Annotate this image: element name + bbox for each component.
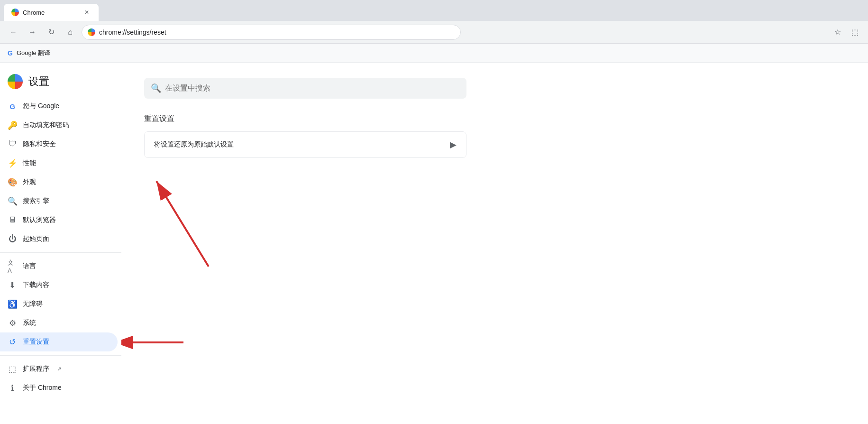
- sidebar-item-default-browser[interactable]: 🖥 默认浏览器: [0, 211, 118, 230]
- sidebar-item-performance[interactable]: ⚡ 性能: [0, 154, 118, 173]
- nav-divider-1: [0, 252, 121, 253]
- sidebar-item-reset[interactable]: ↺ 重置设置: [0, 332, 118, 351]
- search-input[interactable]: [144, 78, 466, 99]
- sidebar-item-language[interactable]: 文A 语言: [0, 257, 118, 276]
- home-button[interactable]: ⌂: [63, 25, 78, 40]
- search-nav-icon: 🔍: [8, 196, 17, 206]
- reset-card: 将设置还原为原始默认设置 ▶: [144, 131, 466, 158]
- startup-icon: ⏻: [8, 234, 17, 244]
- address-text: chrome://settings/reset: [99, 28, 455, 36]
- info-icon: ℹ: [8, 383, 17, 393]
- sidebar-label-downloads: 下载内容: [23, 281, 49, 289]
- chevron-right-icon: ▶: [450, 139, 457, 150]
- sidebar-item-system[interactable]: ⚙ 系统: [0, 313, 118, 332]
- svg-line-2: [156, 181, 209, 267]
- sidebar-label-autofill: 自动填充和密码: [23, 121, 69, 129]
- google-g-icon: G: [8, 49, 13, 57]
- sidebar-label-extensions: 扩展程序: [23, 365, 49, 373]
- sidebar-label-appearance: 外观: [23, 178, 36, 186]
- sidebar-label-accessibility: 无障碍: [23, 300, 43, 308]
- sidebar-label-about: 关于 Chrome: [23, 384, 62, 392]
- back-button[interactable]: ←: [6, 25, 21, 40]
- sidebar-item-extensions[interactable]: ⬚ 扩展程序 ↗: [0, 359, 118, 378]
- address-favicon: [88, 28, 95, 36]
- sidebar-item-search[interactable]: 🔍 搜索引擎: [0, 192, 118, 211]
- content-area: 🔍 重置设置 将设置还原为原始默认设置 ▶: [121, 63, 868, 424]
- reload-button[interactable]: ↻: [44, 25, 59, 40]
- download-icon: ⬇: [8, 280, 17, 290]
- extensions-nav-icon: ⬚: [8, 364, 17, 374]
- sidebar-label-default-browser: 默认浏览器: [23, 216, 56, 224]
- toolbar-right: ☆ ⬚: [830, 25, 862, 40]
- bookmark-button[interactable]: ☆: [830, 25, 845, 40]
- tab-favicon: [11, 9, 19, 16]
- sidebar-item-accessibility[interactable]: ♿ 无障碍: [0, 295, 118, 313]
- sidebar-label-language: 语言: [23, 262, 36, 270]
- sidebar-item-startup[interactable]: ⏻ 起始页面: [0, 230, 118, 249]
- translate-label: Google 翻译: [17, 49, 51, 57]
- nav-divider-2: [0, 355, 121, 356]
- reset-item-label: 将设置还原为原始默认设置: [154, 140, 450, 149]
- sidebar: 设置 G 您与 Google 🔑 自动填充和密码 🛡 隐私和安全 ⚡ 性能 🎨: [0, 63, 121, 424]
- extensions-button[interactable]: ⬚: [847, 25, 862, 40]
- sidebar-item-google[interactable]: G 您与 Google: [0, 97, 118, 116]
- search-bar-wrap: 🔍: [144, 78, 466, 99]
- sidebar-item-privacy[interactable]: 🛡 隐私和安全: [0, 135, 118, 154]
- settings-header: 设置: [0, 70, 121, 97]
- sidebar-label-google: 您与 Google: [23, 102, 59, 111]
- section-reset-title: 重置设置: [144, 114, 845, 124]
- sidebar-label-privacy: 隐私和安全: [23, 140, 56, 148]
- accessibility-icon: ♿: [8, 299, 17, 309]
- browser-frame: Chrome ✕ ← → ↻ ⌂ chrome://settings/reset…: [0, 0, 868, 424]
- settings-title: 设置: [28, 74, 49, 89]
- tab-bar: Chrome ✕: [0, 0, 868, 21]
- main-content: 设置 G 您与 Google 🔑 自动填充和密码 🛡 隐私和安全 ⚡ 性能 🎨: [0, 63, 868, 424]
- search-bar-container: 🔍: [144, 78, 466, 99]
- google-icon: G: [8, 101, 17, 111]
- sidebar-label-search: 搜索引擎: [23, 197, 49, 205]
- performance-icon: ⚡: [8, 158, 17, 168]
- reset-icon: ↺: [8, 337, 17, 347]
- settings-logo: [8, 74, 23, 89]
- shield-icon: 🛡: [8, 139, 17, 149]
- search-icon: 🔍: [151, 83, 161, 93]
- sidebar-item-autofill[interactable]: 🔑 自动填充和密码: [0, 116, 118, 135]
- tab-label: Chrome: [23, 9, 45, 16]
- sidebar-item-downloads[interactable]: ⬇ 下载内容: [0, 276, 118, 295]
- toolbar: ← → ↻ ⌂ chrome://settings/reset ☆ ⬚: [0, 21, 868, 44]
- browser-icon: 🖥: [8, 215, 17, 225]
- reset-to-default-item[interactable]: 将设置还原为原始默认设置 ▶: [145, 132, 466, 157]
- key-icon: 🔑: [8, 120, 17, 130]
- sidebar-label-system: 系统: [23, 319, 36, 327]
- external-link-icon: ↗: [57, 366, 62, 372]
- system-icon: ⚙: [8, 318, 17, 328]
- sidebar-item-about[interactable]: ℹ 关于 Chrome: [0, 378, 118, 397]
- sidebar-label-reset: 重置设置: [23, 338, 49, 346]
- sidebar-item-appearance[interactable]: 🎨 外观: [0, 173, 118, 192]
- appearance-icon: 🎨: [8, 177, 17, 187]
- translate-bar: G Google 翻译: [0, 44, 868, 63]
- active-tab[interactable]: Chrome ✕: [4, 4, 99, 21]
- tab-close-button[interactable]: ✕: [82, 8, 91, 17]
- language-icon: 文A: [8, 261, 17, 271]
- address-bar[interactable]: chrome://settings/reset: [82, 25, 461, 40]
- sidebar-label-startup: 起始页面: [23, 235, 49, 243]
- forward-button[interactable]: →: [25, 25, 40, 40]
- sidebar-label-performance: 性能: [23, 159, 36, 167]
